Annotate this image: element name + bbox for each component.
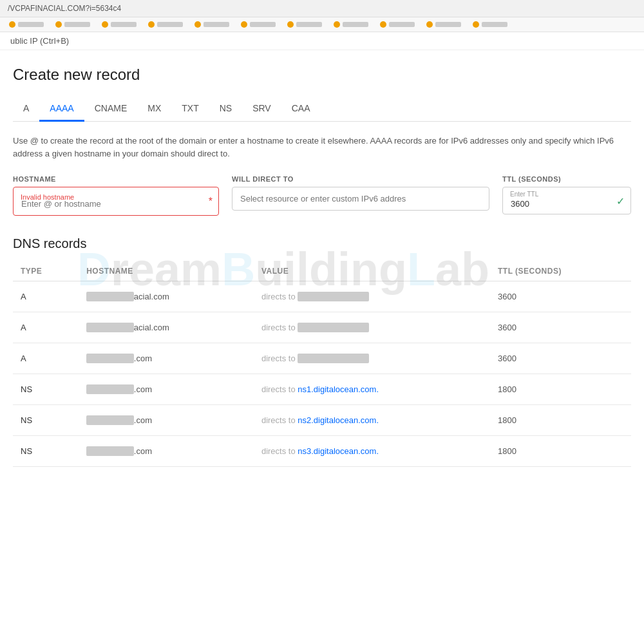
context-hint: ublic IP (Ctrl+B): [0, 32, 644, 50]
row-hostname: ████████.com: [79, 436, 254, 467]
hostname-required-icon: *: [209, 196, 213, 207]
tab-mx[interactable]: MX: [137, 97, 171, 122]
will-direct-label: WILL DIRECT TO: [232, 175, 489, 183]
page-title: Create new record: [13, 66, 631, 84]
row-ttl: 1800: [490, 374, 631, 405]
col-ttl: TTL (seconds): [490, 261, 631, 281]
ttl-label: TTL (SECONDS): [502, 175, 631, 183]
row-type: A: [13, 343, 79, 374]
bookmark-item[interactable]: [5, 20, 48, 29]
col-value: Value: [254, 261, 490, 281]
row-type: A: [13, 312, 79, 343]
col-type: Type: [13, 261, 79, 281]
row-value: directs to ████████████: [254, 312, 490, 343]
bookmark-item[interactable]: [330, 20, 372, 29]
ns-value: ns3.digitalocean.com.: [298, 446, 379, 456]
bookmarks-bar: [0, 17, 644, 32]
blurred-hostname: ████████: [86, 384, 134, 394]
col-hostname: Hostname: [79, 261, 254, 281]
dns-table: Type Hostname Value TTL (seconds) A ████…: [13, 261, 631, 467]
row-hostname: ████████acial.com: [79, 312, 254, 343]
table-row: NS ████████.com directs to ns1.digitaloc…: [13, 374, 631, 405]
tab-caa[interactable]: CAA: [281, 97, 321, 122]
row-value: directs to ns2.digitalocean.com.: [254, 405, 490, 436]
main-content: Create new record A AAAA CNAME MX TXT NS…: [0, 50, 644, 482]
hostname-group: HOSTNAME Invalid hostname *: [13, 175, 219, 216]
row-type: NS: [13, 405, 79, 436]
hostname-label: HOSTNAME: [13, 175, 219, 183]
form-row: HOSTNAME Invalid hostname * WILL DIRECT …: [13, 175, 631, 216]
tab-txt[interactable]: TXT: [171, 97, 209, 122]
dns-records-title: DNS records: [13, 236, 631, 251]
will-direct-input-wrapper: [232, 187, 489, 211]
row-hostname: ████████.com: [79, 374, 254, 405]
table-row: NS ████████.com directs to ns2.digitaloc…: [13, 405, 631, 436]
tab-ns[interactable]: NS: [209, 97, 242, 122]
row-ttl: 1800: [490, 436, 631, 467]
tab-aaaa[interactable]: AAAA: [39, 97, 84, 122]
blurred-hostname: ████████: [86, 323, 134, 332]
form-description: Use @ to create the record at the root o…: [13, 135, 631, 160]
tab-a[interactable]: A: [13, 97, 39, 122]
bookmark-item[interactable]: [469, 20, 511, 29]
row-hostname: ████████.com: [79, 405, 254, 436]
ttl-group: TTL (SECONDS) Enter TTL ✓: [502, 175, 631, 214]
bookmark-item[interactable]: [98, 20, 140, 29]
bookmark-item[interactable]: [52, 20, 94, 29]
row-value: directs to ns3.digitalocean.com.: [254, 436, 490, 467]
bookmark-item[interactable]: [283, 20, 326, 29]
bookmark-item[interactable]: [237, 20, 279, 29]
row-type: NS: [13, 374, 79, 405]
blurred-value: ████████████: [298, 354, 369, 363]
table-row: A ████████acial.com directs to █████████…: [13, 312, 631, 343]
will-direct-input[interactable]: [232, 187, 489, 211]
row-ttl: 1800: [490, 405, 631, 436]
row-type: A: [13, 281, 79, 312]
table-row: NS ████████.com directs to ns3.digitaloc…: [13, 436, 631, 467]
blurred-hostname: ████████: [86, 354, 134, 363]
table-header-row: Type Hostname Value TTL (seconds): [13, 261, 631, 281]
bookmark-item[interactable]: [422, 20, 465, 29]
ttl-check-icon: ✓: [616, 194, 625, 207]
ns-value: ns1.digitalocean.com.: [298, 384, 379, 394]
bookmark-item[interactable]: [191, 20, 233, 29]
bookmark-item[interactable]: [376, 20, 419, 29]
row-ttl: 3600: [490, 281, 631, 312]
url-bar: /VCPAFINACIAL.COM?i=5634c4: [8, 4, 121, 13]
row-hostname: ████████.com: [79, 343, 254, 374]
blurred-hostname: ████████: [86, 446, 134, 456]
ttl-input-wrapper: Enter TTL ✓: [502, 187, 631, 214]
tab-cname[interactable]: CNAME: [84, 97, 138, 122]
will-direct-group: WILL DIRECT TO: [232, 175, 489, 211]
row-hostname: ████████acial.com: [79, 281, 254, 312]
blurred-hostname: ████████: [86, 415, 134, 425]
ns-value: ns2.digitalocean.com.: [298, 415, 379, 425]
row-ttl: 3600: [490, 343, 631, 374]
row-value: directs to ████████████: [254, 281, 490, 312]
ttl-inner-label: Enter TTL: [510, 191, 538, 198]
row-value: directs to ████████████: [254, 343, 490, 374]
blurred-hostname: ████████: [86, 292, 134, 301]
table-row: A ████████.com directs to ████████████ 3…: [13, 343, 631, 374]
row-value: directs to ns1.digitalocean.com.: [254, 374, 490, 405]
browser-bar: /VCPAFINACIAL.COM?i=5634c4: [0, 0, 644, 17]
bookmark-item[interactable]: [144, 20, 187, 29]
hostname-input[interactable]: [13, 187, 219, 216]
record-type-tabs: A AAAA CNAME MX TXT NS SRV CAA: [13, 97, 631, 122]
row-ttl: 3600: [490, 312, 631, 343]
blurred-value: ████████████: [298, 292, 369, 301]
tab-srv[interactable]: SRV: [242, 97, 281, 122]
dns-records-section: DNS records DreamBuildingLab Type Hostna…: [13, 236, 631, 467]
blurred-value: ████████████: [298, 323, 369, 332]
hostname-input-wrapper: Invalid hostname *: [13, 187, 219, 216]
row-type: NS: [13, 436, 79, 467]
table-row: A ████████acial.com directs to █████████…: [13, 281, 631, 312]
